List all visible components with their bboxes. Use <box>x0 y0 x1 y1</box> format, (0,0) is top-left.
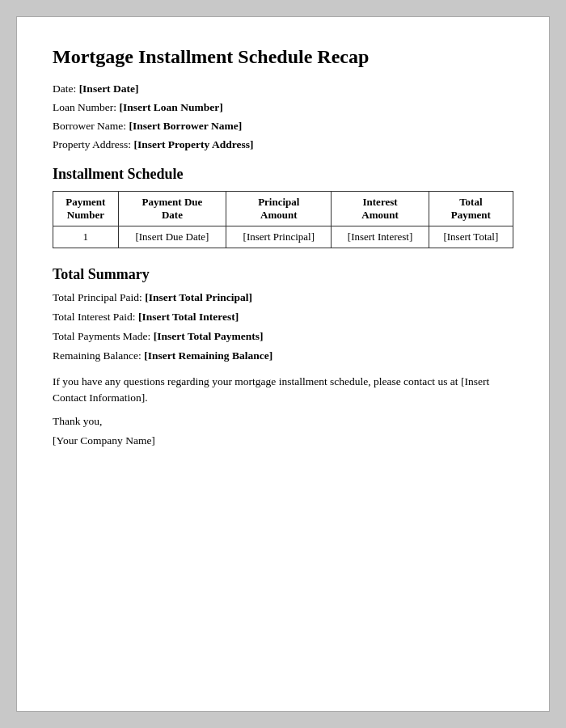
total-interest-value: [Insert Total Interest] <box>138 311 239 323</box>
total-principal-label: Total Principal Paid: <box>53 291 145 303</box>
loan-line: Loan Number: [Insert Loan Number] <box>53 101 513 114</box>
total-payments-value: [Insert Total Payments] <box>154 330 264 342</box>
remaining-balance-label: Remaining Balance: <box>53 349 144 362</box>
col-payment-due-date: Payment DueDate <box>118 192 226 226</box>
company-name-text: [Your Company Name] <box>53 434 513 447</box>
cell-due-date: [Insert Due Date] <box>118 226 226 248</box>
table-header-row: PaymentNumber Payment DueDate PrincipalA… <box>53 192 513 226</box>
total-interest-line: Total Interest Paid: [Insert Total Inter… <box>53 311 513 324</box>
col-principal-amount: PrincipalAmount <box>226 192 332 226</box>
thank-you-text: Thank you, <box>53 415 513 428</box>
schedule-table: PaymentNumber Payment DueDate PrincipalA… <box>53 191 513 248</box>
col-total-payment: TotalPayment <box>429 192 513 226</box>
contact-text: If you have any questions regarding your… <box>53 374 513 407</box>
table-row: 1 [Insert Due Date] [Insert Principal] [… <box>53 226 513 248</box>
borrower-value: [Insert Borrower Name] <box>129 120 242 132</box>
col-payment-number: PaymentNumber <box>53 192 119 226</box>
cell-total: [Insert Total] <box>429 226 513 248</box>
page-title: Mortgage Installment Schedule Recap <box>53 46 513 68</box>
date-label: Date: <box>53 83 76 95</box>
cell-principal: [Insert Principal] <box>226 226 332 248</box>
date-value: [Insert Date] <box>79 83 139 95</box>
address-line: Property Address: [Insert Property Addre… <box>53 138 513 151</box>
total-principal-value: [Insert Total Principal] <box>145 291 252 303</box>
summary-section-title: Total Summary <box>53 266 513 283</box>
total-principal-line: Total Principal Paid: [Insert Total Prin… <box>53 291 513 304</box>
col-interest-amount: InterestAmount <box>332 192 429 226</box>
loan-label: Loan Number: <box>53 101 116 113</box>
remaining-balance-line: Remaining Balance: [Insert Remaining Bal… <box>53 349 513 362</box>
date-line: Date: [Insert Date] <box>53 83 513 95</box>
loan-value: [Insert Loan Number] <box>119 101 222 113</box>
cell-payment-number: 1 <box>53 226 119 248</box>
borrower-label: Borrower Name: <box>53 120 126 132</box>
address-value: [Insert Property Address] <box>134 138 254 150</box>
total-payments-line: Total Payments Made: [Insert Total Payme… <box>53 330 513 343</box>
total-interest-label: Total Interest Paid: <box>53 311 138 323</box>
total-payments-label: Total Payments Made: <box>53 330 154 342</box>
installment-section-title: Installment Schedule <box>53 166 513 183</box>
cell-interest: [Insert Interest] <box>332 226 429 248</box>
borrower-line: Borrower Name: [Insert Borrower Name] <box>53 120 513 133</box>
address-label: Property Address: <box>53 138 131 150</box>
document-page: Mortgage Installment Schedule Recap Date… <box>16 16 550 712</box>
remaining-balance-value: [Insert Remaining Balance] <box>144 349 272 362</box>
